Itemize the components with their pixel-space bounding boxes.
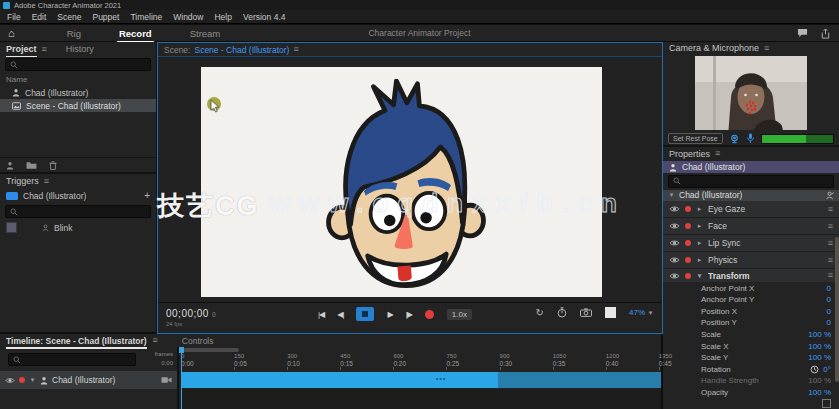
param-value[interactable]: 0 bbox=[827, 318, 831, 327]
snapshot-camera-icon[interactable] bbox=[580, 308, 592, 317]
timer-icon[interactable] bbox=[557, 307, 567, 318]
menu-item[interactable]: File bbox=[7, 12, 21, 22]
arm-for-record-dot[interactable] bbox=[685, 273, 691, 279]
timeline-ruler[interactable]: 0 0:00 150 0:05 300 0:10 bbox=[181, 347, 661, 371]
project-item-scene[interactable]: Scene - Chad (Illustrator) bbox=[0, 99, 156, 112]
chevron-down-icon[interactable]: ▾ bbox=[696, 272, 703, 280]
menu-item[interactable]: Edit bbox=[32, 12, 47, 22]
add-trigger-button[interactable]: + bbox=[144, 190, 150, 201]
menu-item[interactable]: Help bbox=[214, 12, 231, 22]
camera-toggle-icon[interactable] bbox=[729, 134, 740, 144]
behavior-menu-icon[interactable]: ≡ bbox=[828, 271, 833, 280]
play-button[interactable]: ▶ bbox=[387, 310, 392, 319]
arm-for-record-dot[interactable] bbox=[685, 223, 691, 229]
param-value[interactable]: 0 bbox=[827, 307, 831, 316]
tab-stream[interactable]: Stream bbox=[190, 28, 221, 39]
param-value[interactable]: 100 % bbox=[808, 330, 831, 339]
menu-item[interactable]: Version 4.4 bbox=[243, 12, 286, 22]
behavior-row[interactable]: ▸ Lip Sync ≡ bbox=[663, 235, 839, 252]
timeline-menu-icon[interactable]: ≡ bbox=[153, 336, 158, 345]
arm-for-record-dot[interactable] bbox=[685, 240, 691, 246]
stage-canvas[interactable] bbox=[201, 67, 602, 297]
feedback-chat-icon[interactable] bbox=[797, 28, 808, 39]
transform-behavior-row[interactable]: ▾ Transform ≡ bbox=[663, 269, 839, 282]
tab-history[interactable]: History bbox=[66, 44, 94, 54]
param-value[interactable]: 100 % bbox=[808, 353, 831, 362]
camera-menu-icon[interactable]: ≡ bbox=[764, 44, 769, 53]
record-button[interactable] bbox=[425, 310, 434, 319]
playhead[interactable] bbox=[181, 347, 182, 409]
properties-search-input[interactable] bbox=[668, 175, 834, 187]
project-menu-icon[interactable]: ≡ bbox=[42, 45, 47, 54]
tab-timeline[interactable]: Timeline: Scene - Chad (Illustrator) bbox=[6, 336, 147, 346]
behavior-menu-icon[interactable]: ≡ bbox=[828, 239, 833, 248]
stop-button[interactable] bbox=[356, 307, 374, 321]
eye-visibility-icon[interactable] bbox=[669, 205, 680, 213]
behavior-row[interactable]: ▸ Face ≡ bbox=[663, 218, 839, 235]
tab-record[interactable]: Record bbox=[119, 28, 152, 39]
eye-visibility-icon[interactable] bbox=[669, 272, 680, 280]
arm-for-record-dot[interactable] bbox=[685, 257, 691, 263]
chevron-down-icon[interactable]: ▾ bbox=[668, 191, 675, 199]
timeline-search-input[interactable] bbox=[8, 353, 136, 366]
properties-root-row[interactable]: ▾ Chad (Illustrator) bbox=[663, 190, 839, 202]
behavior-menu-icon[interactable]: ≡ bbox=[828, 222, 833, 231]
tab-controls[interactable]: Controls bbox=[182, 336, 214, 346]
loop-icon[interactable]: ↻ bbox=[536, 308, 544, 318]
project-item-puppet[interactable]: Chad (Illustrator) bbox=[0, 86, 156, 99]
triggers-puppet-row[interactable]: Chad (Illustrator) + bbox=[0, 188, 156, 203]
go-to-start-button[interactable]: |◀ bbox=[318, 310, 324, 319]
param-value[interactable]: 100 % bbox=[808, 342, 831, 351]
properties-menu-icon[interactable]: ≡ bbox=[715, 149, 720, 158]
ruler-zoom-scrollbar[interactable] bbox=[183, 348, 239, 352]
chevron-right-icon[interactable]: ▸ bbox=[696, 239, 703, 247]
arm-for-record-dot[interactable] bbox=[19, 377, 25, 383]
behavior-menu-icon[interactable]: ≡ bbox=[828, 205, 833, 214]
arm-for-record-dot[interactable] bbox=[685, 206, 691, 212]
behavior-row[interactable]: ▸ Eye Gaze ≡ bbox=[663, 201, 839, 218]
tab-rig[interactable]: Rig bbox=[67, 28, 81, 39]
param-value[interactable]: 0 bbox=[827, 284, 831, 293]
microphone-toggle-icon[interactable] bbox=[746, 133, 755, 144]
param-value[interactable]: 0 bbox=[827, 295, 831, 304]
tab-project[interactable]: Project bbox=[6, 44, 37, 54]
chevron-right-icon[interactable]: ▸ bbox=[696, 222, 703, 230]
new-puppet-icon[interactable] bbox=[6, 161, 14, 170]
background-matte-button[interactable] bbox=[605, 307, 616, 318]
project-search-input[interactable] bbox=[5, 58, 151, 71]
add-behavior-icon[interactable] bbox=[826, 191, 834, 200]
properties-scrollbar[interactable] bbox=[835, 237, 839, 382]
eye-visibility-icon[interactable] bbox=[669, 256, 680, 264]
param-value[interactable]: 100 % bbox=[808, 376, 831, 385]
properties-selected-puppet[interactable]: Chad (Illustrator) bbox=[663, 161, 839, 173]
home-icon[interactable]: ⌂ bbox=[8, 27, 15, 39]
behavior-row[interactable]: ▸ Physics ≡ bbox=[663, 252, 839, 269]
trigger-row-blink[interactable]: Blink bbox=[0, 220, 156, 235]
menu-item[interactable]: Puppet bbox=[92, 12, 119, 22]
new-folder-icon[interactable] bbox=[26, 161, 37, 170]
set-rest-pose-button[interactable]: Set Rest Pose bbox=[668, 133, 723, 144]
param-value[interactable]: 100 % bbox=[808, 388, 831, 397]
eye-visibility-icon[interactable] bbox=[669, 222, 680, 230]
behavior-menu-icon[interactable]: ≡ bbox=[828, 256, 833, 265]
next-frame-button[interactable]: |▶ bbox=[406, 310, 412, 319]
param-checkbox[interactable] bbox=[822, 399, 831, 408]
menu-item[interactable]: Timeline bbox=[130, 12, 162, 22]
menu-item[interactable]: Scene bbox=[57, 12, 81, 22]
trigger-swatch[interactable] bbox=[6, 222, 17, 233]
triggers-menu-icon[interactable]: ≡ bbox=[44, 177, 49, 186]
menu-item[interactable]: Window bbox=[173, 12, 203, 22]
track-camera-icon[interactable] bbox=[161, 376, 172, 384]
param-value[interactable]: 0° bbox=[810, 365, 831, 374]
chevron-right-icon[interactable]: ▸ bbox=[696, 256, 703, 264]
delete-trash-icon[interactable] bbox=[49, 161, 57, 170]
scene-menu-icon[interactable]: ≡ bbox=[293, 45, 298, 54]
triggers-search-input[interactable] bbox=[5, 205, 151, 218]
keyframe-clock-icon[interactable] bbox=[810, 365, 819, 374]
previous-frame-button[interactable]: ◀| bbox=[337, 310, 343, 319]
playback-speed[interactable]: 1.0x bbox=[447, 309, 472, 320]
chevron-down-icon[interactable]: ▾ bbox=[29, 376, 36, 384]
chevron-right-icon[interactable]: ▸ bbox=[696, 205, 703, 213]
track-header-row[interactable]: ▾ Chad (Illustrator) bbox=[0, 371, 177, 389]
zoom-level-dropdown[interactable]: 47%▾ bbox=[629, 308, 654, 317]
